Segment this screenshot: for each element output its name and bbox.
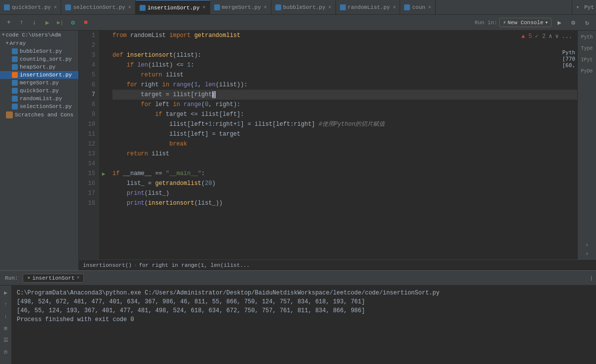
array-folder-label: Array bbox=[9, 40, 26, 46]
tab-close-insertionSort[interactable]: × bbox=[203, 5, 206, 10]
new-console-btn[interactable]: ⚡ New Console ▾ bbox=[499, 18, 552, 27]
main-toolbar: + ↑ ↓ ▶ ▶| ⚙ ■ Run in: ⚡ New Console ▾ ▶… bbox=[0, 15, 596, 31]
line-number-18: 18 bbox=[79, 198, 95, 208]
sidebar-item-insertionSort[interactable]: insertionSort.py bbox=[0, 71, 78, 79]
run-sidebar-btn-3[interactable]: ⊞ bbox=[1, 323, 11, 333]
gutter-line-8 bbox=[99, 100, 109, 109]
play-config-btn[interactable]: ▶ bbox=[554, 17, 565, 29]
pycharm-label: Pyt bbox=[584, 4, 594, 10]
gutter-line-13 bbox=[99, 149, 109, 159]
editor-more-btn[interactable]: ... bbox=[561, 33, 572, 40]
sidebar-label-counting_sort: counting_sort.py bbox=[20, 56, 72, 62]
line-number-1: 1 bbox=[79, 31, 95, 40]
right-label-pyth: Pyth bbox=[579, 35, 595, 40]
line-number-12: 12 bbox=[79, 139, 95, 149]
file-icon-selectionSort bbox=[12, 104, 18, 109]
gutter-line-11 bbox=[99, 129, 109, 139]
rerun-config-btn[interactable]: ⚙ bbox=[67, 17, 79, 29]
run-output[interactable]: C:\ProgramData\Anaconda3\python.exe C:/U… bbox=[12, 286, 596, 364]
tab-mergeSort[interactable]: mergeSort.py× bbox=[210, 0, 271, 14]
tab-close-bubbleSort[interactable]: × bbox=[329, 5, 332, 10]
sidebar-label-quickSort: quickSort.py bbox=[20, 88, 59, 94]
code-line-7: target = ilist[right] bbox=[112, 90, 596, 100]
code-text-3: def insertionsort(ilist): bbox=[112, 50, 596, 60]
move-up-btn[interactable]: ↑ bbox=[16, 17, 28, 29]
nav-up-chevron[interactable]: ∧ bbox=[549, 33, 552, 40]
refresh-btn[interactable]: ↻ bbox=[581, 17, 593, 29]
settings-btn[interactable]: ⚙ bbox=[567, 17, 579, 29]
warning-check-icon: ✓ bbox=[535, 33, 538, 40]
sidebar-item-bubbleSort[interactable]: bubbleSort.py bbox=[0, 47, 78, 55]
sidebar-item-counting_sort[interactable]: counting_sort.py bbox=[0, 55, 78, 63]
gutter-line-10 bbox=[99, 119, 109, 129]
tab-coun[interactable]: coun× bbox=[400, 0, 435, 14]
right-expand-top-btn[interactable]: › bbox=[579, 242, 595, 249]
code-container[interactable]: ▲ 5 ✓ 2 ∧ ∨ ... 123456789101112131415161… bbox=[79, 31, 596, 259]
sidebar-item-selectionSort[interactable]: selectionSort.py bbox=[0, 103, 78, 110]
run-output-line1: [498, 524, 672, 481, 477, 401, 634, 367,… bbox=[17, 297, 591, 306]
run-sidebar-btn-4[interactable]: ☰ bbox=[1, 335, 11, 345]
tab-close-randomList[interactable]: × bbox=[393, 5, 396, 10]
sidebar-label-heapSort: heapSort.py bbox=[20, 64, 56, 70]
file-icon-insertionSort bbox=[12, 72, 18, 78]
tab-label-bubbleSort: bubbleSort.py bbox=[283, 4, 326, 10]
stop-btn[interactable]: ■ bbox=[80, 17, 92, 29]
run-tab-icon: ● bbox=[27, 275, 30, 281]
sidebar-label-selectionSort: selectionSort.py bbox=[20, 104, 72, 109]
right-expand-bottom-btn[interactable]: › bbox=[579, 251, 595, 257]
tab-randomList[interactable]: randomList.py× bbox=[336, 0, 401, 14]
sidebar-item-quickSort[interactable]: quickSort.py bbox=[0, 87, 78, 95]
run-tab-insertion[interactable]: ● insertionSort × bbox=[23, 274, 84, 283]
tab-close-coun[interactable]: × bbox=[428, 5, 431, 10]
tab-close-mergeSort[interactable]: × bbox=[264, 5, 267, 10]
sidebar-item-mergeSort[interactable]: mergeSort.py bbox=[0, 79, 78, 87]
gutter-line-17 bbox=[99, 188, 109, 198]
code-text-12: break bbox=[112, 139, 596, 149]
right-panel-labels: Pyth Type IPyt PyDe bbox=[578, 31, 596, 78]
line-number-4: 4 bbox=[79, 60, 95, 70]
tab-close-quickSort[interactable]: × bbox=[54, 5, 57, 10]
tab-close-selectionSort[interactable]: × bbox=[128, 5, 131, 10]
file-icon-counting_sort bbox=[12, 56, 18, 62]
add-btn[interactable]: + bbox=[3, 17, 15, 29]
tab-icon-insertionSort bbox=[140, 5, 146, 11]
code-line-9: if target <= ilist[left]: bbox=[112, 109, 596, 119]
code-line-2 bbox=[112, 40, 596, 50]
sidebar-item-scratches[interactable]: Scratches and Cons bbox=[0, 110, 78, 119]
tab-quickSort[interactable]: quickSort.py× bbox=[0, 0, 61, 14]
move-down-btn[interactable]: ↓ bbox=[29, 17, 40, 29]
run-sidebar-btn-2[interactable]: ↓ bbox=[1, 311, 11, 321]
run-cmd-line: C:\ProgramData\Anaconda3\python.exe C:/U… bbox=[17, 289, 591, 297]
code-line-12: break bbox=[112, 139, 596, 149]
sidebar-item-randomList[interactable]: randomList.py bbox=[0, 95, 78, 103]
gutter-line-14 bbox=[99, 159, 109, 169]
warning-count: 2 bbox=[542, 33, 546, 40]
run-btn[interactable]: ▶ bbox=[41, 17, 53, 29]
tab-bubbleSort[interactable]: bubbleSort.py× bbox=[271, 0, 336, 14]
error-triangle-icon: ▲ bbox=[522, 33, 525, 40]
code-editor[interactable]: from randomList import getrandomlistdef … bbox=[109, 31, 596, 259]
gutter-line-16 bbox=[99, 179, 109, 188]
line-number-7: 7 bbox=[79, 90, 95, 100]
tab-selectionSort[interactable]: selectionSort.py× bbox=[61, 0, 136, 14]
run-exit-line: Process finished with exit code 0 bbox=[17, 315, 591, 324]
run-sidebar-btn-5[interactable]: ⊟ bbox=[1, 347, 11, 357]
run-sidebar-btn-0[interactable]: ▶ bbox=[1, 288, 11, 297]
nav-down-chevron[interactable]: ∨ bbox=[555, 33, 559, 40]
run-to-cursor-btn[interactable]: ▶| bbox=[54, 17, 66, 29]
run-sidebar-btn-1[interactable]: ↑ bbox=[1, 299, 11, 309]
sidebar-item-heapSort[interactable]: heapSort.py bbox=[0, 63, 78, 71]
run-marker-15[interactable]: ▶ bbox=[102, 171, 106, 177]
tab-insertionSort[interactable]: insertionSort.py× bbox=[136, 0, 210, 14]
line-number-6: 6 bbox=[79, 80, 95, 90]
gutter-line-6 bbox=[99, 80, 109, 90]
tab-more-btn[interactable]: ▾ bbox=[574, 4, 582, 10]
sidebar-project[interactable]: ▼ code C:\Users\Adm bbox=[0, 31, 78, 39]
gutter-line-9 bbox=[99, 109, 109, 119]
file-icon-quickSort bbox=[12, 88, 18, 94]
sidebar-array-folder[interactable]: ▼ Array bbox=[0, 39, 78, 47]
run-tab-close-btn[interactable]: × bbox=[76, 275, 79, 281]
code-text-16: list_ = getrandomlist(20) bbox=[112, 179, 596, 188]
code-line-4: if len(ilist) <= 1: bbox=[112, 60, 596, 70]
tab-label-randomList: randomList.py bbox=[348, 4, 390, 10]
